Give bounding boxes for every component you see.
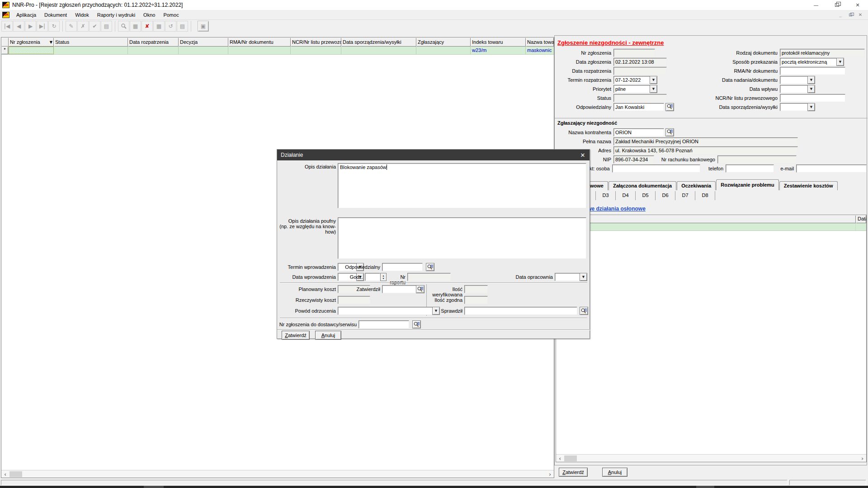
delete-document-button[interactable]: ✗: [77, 21, 89, 32]
grid-header-indeks-towaru[interactable]: Indeks towaru: [471, 38, 526, 47]
tab-d6[interactable]: D6: [656, 191, 675, 200]
chevron-down-icon[interactable]: ▼: [836, 58, 844, 66]
spin-down-icon[interactable]: ▾: [382, 277, 384, 280]
cell-nr-zgloszenia[interactable]: [9, 47, 54, 54]
cell-data-sporzadzenia[interactable]: [341, 47, 416, 54]
chevron-down-icon[interactable]: ▼: [650, 85, 657, 93]
grid-header-data-rozpatrzenia[interactable]: Data rozpatrzenia: [128, 38, 179, 47]
odpowiedzialny-field[interactable]: Jan Kowalski: [613, 103, 664, 111]
grid-header-nr-zgloszenia[interactable]: Nr zgłoszenia▼: [9, 38, 54, 47]
scroll-right-icon[interactable]: ›: [546, 470, 554, 478]
menu-pomoc[interactable]: Pomoc: [159, 11, 183, 19]
mdi-restore-button[interactable]: [845, 11, 855, 19]
grid-header-decyzja[interactable]: Decyzja: [179, 38, 228, 47]
panel-zatwierdz-button[interactable]: Zatwierdź: [559, 468, 588, 477]
sprawdzil-lookup-button[interactable]: [580, 307, 588, 315]
menu-dokument[interactable]: Dokument: [40, 11, 71, 19]
grid-header-nazwa-towaru[interactable]: Nazwa towaru: [526, 38, 554, 47]
filter-button[interactable]: ▦: [130, 21, 141, 32]
menu-raporty[interactable]: Raporty i wydruki: [93, 11, 139, 19]
new-document-button[interactable]: ✎: [66, 21, 77, 32]
grid-header-data-sporzadzenia[interactable]: Data sporządzenia/wysyłki: [341, 38, 416, 47]
data-nadania-combo[interactable]: ▼: [780, 76, 815, 84]
table-button[interactable]: ▦: [153, 21, 165, 32]
tab-oczekiwania[interactable]: Oczekiwania: [677, 181, 716, 190]
accept-document-button[interactable]: ✔: [89, 21, 100, 32]
email-field[interactable]: [796, 164, 867, 173]
menu-widok[interactable]: Widok: [71, 11, 93, 19]
panel-anuluj-button[interactable]: Anuluj: [602, 468, 627, 477]
clipboard-button[interactable]: ▤: [101, 21, 112, 32]
rma-field[interactable]: [780, 67, 845, 75]
row-selector-cell[interactable]: *: [1, 47, 9, 54]
dialog-anuluj-button[interactable]: Anuluj: [315, 331, 341, 340]
tab-d3[interactable]: D3: [596, 191, 616, 200]
tab-d5[interactable]: D5: [636, 191, 656, 200]
dialog-odpowiedzialny-field[interactable]: [382, 263, 423, 271]
zatwierdzil-lookup-button[interactable]: [416, 285, 425, 293]
chevron-down-icon[interactable]: ▼: [807, 85, 815, 93]
opis-dzialania-textarea[interactable]: Blokowanie zapasów: [338, 163, 586, 208]
data-wplywu-combo[interactable]: ▼: [780, 85, 815, 93]
kontrahent-lookup-button[interactable]: [665, 128, 674, 136]
cell-zglaszajacy[interactable]: [416, 47, 471, 54]
tab-d8[interactable]: D8: [695, 191, 715, 200]
first-record-button[interactable]: |◀: [1, 21, 13, 32]
mdi-minimize-button[interactable]: _: [835, 11, 845, 19]
dialog-title-bar[interactable]: Działanie ✕: [277, 150, 590, 160]
powod-odrzucenia-combo[interactable]: ▼: [338, 307, 440, 315]
table-row[interactable]: * w23/m maskownic: [1, 47, 554, 55]
dialog-close-button[interactable]: ✕: [576, 150, 590, 160]
mdi-document-icon[interactable]: NR: [2, 12, 9, 18]
chevron-down-icon[interactable]: ▼: [807, 103, 815, 111]
clear-filter-button[interactable]: ✘: [142, 21, 153, 32]
telefon-field[interactable]: [726, 164, 774, 173]
scrollbar-thumb[interactable]: [564, 455, 577, 461]
kontakt-osoba-field[interactable]: [612, 164, 700, 173]
priorytet-combo[interactable]: pilne▼: [613, 85, 657, 93]
minimize-button[interactable]: —: [806, 0, 826, 10]
restore-button[interactable]: [826, 0, 847, 10]
grid-header-status[interactable]: Status: [54, 38, 128, 47]
tab-zestawienie-kosztow[interactable]: Zestawienie kosztów: [779, 181, 838, 190]
godzina-field[interactable]: [365, 273, 380, 281]
grid-header-rma[interactable]: RMA/Nr dokumentu: [228, 38, 291, 47]
search-button[interactable]: [118, 21, 129, 32]
tab-zalaczona-dokumentacja[interactable]: Załączona dokumentacja: [609, 181, 676, 190]
menu-okno[interactable]: Okno: [139, 11, 159, 19]
list-header-opis[interactable]: Opis działania: [556, 215, 856, 223]
rotate-button[interactable]: ↺: [165, 21, 176, 32]
chevron-down-icon[interactable]: ▼: [807, 76, 815, 84]
odpowiedzialny-lookup-button[interactable]: [665, 103, 674, 111]
cell-nazwa-towaru[interactable]: maskownic: [526, 47, 554, 54]
refresh-button[interactable]: ↻: [48, 21, 60, 32]
cell-ncr[interactable]: [291, 47, 341, 54]
data-opracownia-combo[interactable]: ▼: [555, 273, 587, 281]
scroll-left-icon[interactable]: ‹: [1, 470, 9, 478]
tab-d4[interactable]: D4: [616, 191, 636, 200]
sposob-przekazania-combo[interactable]: pocztą elektroniczną▼: [780, 58, 844, 66]
list-header-data[interactable]: Data: [856, 215, 866, 223]
scroll-left-icon[interactable]: ‹: [556, 455, 564, 462]
data-sporzadzenia-combo[interactable]: ▼: [780, 103, 815, 111]
ncr-field[interactable]: [780, 94, 845, 102]
tab-d7[interactable]: D7: [675, 191, 695, 200]
chevron-down-icon[interactable]: ▼: [580, 273, 587, 281]
nr-dostawcy-lookup-button[interactable]: [412, 320, 421, 328]
sort-arrow-icon[interactable]: ▼: [48, 40, 52, 44]
last-record-button[interactable]: ▶|: [37, 21, 48, 32]
nr-dostawcy-field[interactable]: [359, 320, 409, 328]
next-record-button[interactable]: ▶: [25, 21, 36, 32]
list-horizontal-scrollbar[interactable]: ‹ ›: [556, 454, 866, 462]
mdi-close-button[interactable]: ✕: [855, 11, 865, 19]
grid-header-ncr[interactable]: NCR/Nr listu przewozowego: [291, 38, 341, 47]
cell-rma[interactable]: [228, 47, 291, 54]
print-button[interactable]: ▤: [177, 21, 188, 32]
menu-aplikacja[interactable]: Aplikacja: [12, 11, 40, 19]
dialog-zatwierdz-button[interactable]: Zatwierdź: [282, 331, 310, 340]
previous-record-button[interactable]: ◀: [13, 21, 24, 32]
cell-indeks-towaru[interactable]: w23/m: [471, 47, 526, 54]
scroll-right-icon[interactable]: ›: [859, 455, 866, 462]
grid-header-zglaszajacy[interactable]: Zgłaszający: [416, 38, 471, 47]
dialog-odpowiedzialny-lookup-button[interactable]: [426, 263, 434, 271]
